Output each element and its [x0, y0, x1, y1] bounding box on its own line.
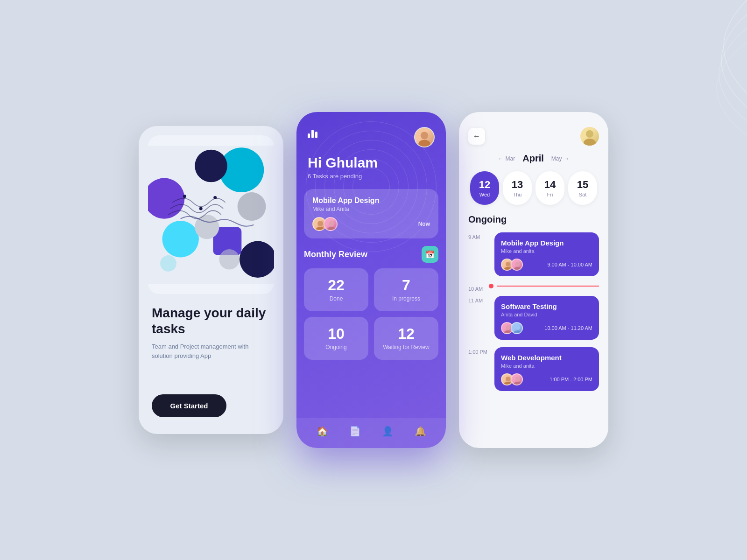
date-pill-15[interactable]: 15 Sat	[568, 171, 597, 205]
next-month-label: May	[551, 155, 562, 162]
stat-waiting-number: 12	[398, 326, 415, 341]
review-section-header: Monthly Review 📅	[304, 246, 438, 263]
svg-point-9	[183, 195, 186, 198]
svg-point-21	[584, 139, 596, 146]
tasks-pending: 6 Tasks are pending	[308, 173, 435, 180]
event-card-software-testing[interactable]: Software Testing Anita and David	[494, 296, 599, 340]
date-day-12: Wed	[479, 192, 490, 197]
svg-point-26	[506, 325, 510, 330]
onboarding-content: Manage your daily tasks Team and Project…	[148, 294, 274, 425]
date-day-14: Fri	[547, 192, 553, 197]
svg-point-29	[514, 330, 522, 334]
get-started-button[interactable]: Get Started	[152, 394, 226, 417]
phones-container: Manage your daily tasks Team and Project…	[139, 112, 608, 448]
svg-point-28	[515, 325, 520, 330]
stat-ongoing-label: Ongoing	[325, 344, 346, 350]
current-month-label: April	[522, 153, 544, 164]
date-day-15: Sat	[579, 192, 587, 197]
event-avatars-software-testing	[501, 322, 521, 334]
task-card-sub: Mike and Anita	[312, 206, 430, 212]
event-avatar-2	[511, 259, 523, 271]
stat-inprogress: 7 In progress	[374, 268, 438, 311]
date-pill-12[interactable]: 12 Wed	[470, 171, 499, 205]
svg-point-27	[504, 330, 512, 334]
time-label-1pm: 1:00 PM	[468, 347, 489, 355]
svg-point-23	[504, 267, 512, 271]
svg-point-33	[514, 382, 522, 385]
stat-ongoing: 10 Ongoing	[304, 317, 368, 360]
event-sub-mobile-app: Mike and anita	[501, 248, 592, 254]
next-arrow-icon: →	[564, 155, 569, 162]
task-time: Now	[418, 221, 430, 227]
svg-point-5	[162, 221, 198, 257]
event-card-web-dev[interactable]: Web Development Mike and anita	[494, 347, 599, 391]
stat-waiting-label: Waiting for Review	[383, 344, 430, 350]
nav-home[interactable]: 🏠	[317, 426, 328, 437]
svg-point-18	[329, 221, 334, 226]
calendar-icon-btn[interactable]: 📅	[422, 246, 438, 263]
user-avatar	[414, 127, 435, 147]
time-line	[497, 286, 599, 287]
date-pill-14[interactable]: 14 Fri	[536, 171, 564, 205]
event-title-mobile-app: Mobile App Design	[501, 239, 592, 247]
date-num-15: 15	[577, 179, 588, 191]
event-footer-mobile-app: 9.00 AM - 10.00 AM	[501, 259, 592, 271]
user-avatar-calendar	[580, 127, 599, 146]
svg-point-17	[316, 227, 325, 231]
calendar-header: ←	[459, 112, 608, 153]
svg-point-2	[195, 150, 227, 182]
greeting-title: Hi Ghulam	[308, 155, 435, 171]
date-num-13: 13	[512, 179, 523, 191]
event-sub-software-testing: Anita and David	[501, 312, 592, 317]
event-avatar-webdev-2	[511, 373, 523, 385]
bar-chart-icon	[308, 127, 317, 138]
svg-point-22	[506, 262, 510, 266]
calendar-navigation: ← Mar April May →	[459, 153, 608, 171]
stats-grid: 22 Done 7 In progress 10 Ongoing 12 Wait…	[304, 268, 438, 360]
svg-point-15	[418, 140, 430, 147]
stat-ongoing-number: 10	[328, 326, 345, 341]
timeline-item-1pm: 1:00 PM Web Development Mike and anita	[468, 347, 599, 395]
dashboard-header	[296, 112, 446, 155]
svg-point-4	[238, 192, 266, 221]
next-month-btn[interactable]: May →	[551, 155, 570, 162]
event-title-software-testing: Software Testing	[501, 302, 592, 310]
stat-done: 22 Done	[304, 268, 368, 311]
task-card-footer: Now	[312, 217, 430, 231]
avatar-face	[415, 128, 434, 147]
date-num-12: 12	[479, 179, 490, 191]
phone-dashboard: Hi Ghulam 6 Tasks are pending Mobile App…	[296, 112, 446, 448]
task-avatar-2	[324, 217, 338, 231]
stat-done-number: 22	[328, 278, 345, 293]
timeline: 9 AM Mobile App Design Mike and anita	[468, 232, 599, 395]
current-time-indicator	[489, 284, 599, 288]
current-time-row: 10 AM	[468, 284, 599, 292]
event-avatar-testing-2	[511, 322, 523, 334]
event-title-web-dev: Web Development	[501, 354, 592, 362]
date-row: 12 Wed 13 Thu 14 Fri 15 Sat	[459, 171, 608, 214]
event-card-mobile-app[interactable]: Mobile App Design Mike and anita	[494, 232, 599, 276]
illustration-panel	[148, 135, 274, 294]
nav-bell[interactable]: 🔔	[415, 426, 426, 437]
timeline-item-9am: 9 AM Mobile App Design Mike and anita	[468, 232, 599, 280]
prev-month-btn[interactable]: ← Mar	[498, 155, 515, 162]
date-num-14: 14	[544, 179, 556, 191]
date-pill-13[interactable]: 13 Thu	[503, 171, 532, 205]
dashboard-body: Mobile App Design Mike and Anita	[296, 189, 446, 418]
stat-inprogress-label: In progress	[392, 295, 420, 302]
event-footer-software-testing: 10.00 AM - 11.20 AM	[501, 322, 592, 334]
onboarding-title: Manage your daily tasks	[152, 305, 270, 336]
nav-profile[interactable]: 👤	[382, 426, 394, 437]
svg-point-19	[327, 227, 336, 231]
svg-point-24	[515, 262, 520, 266]
task-card-mobile-app[interactable]: Mobile App Design Mike and Anita	[304, 189, 438, 238]
ongoing-section: Ongoing 9 AM Mobile App Design Mike and …	[459, 214, 608, 448]
prev-month-label: Mar	[506, 155, 515, 162]
ongoing-title: Ongoing	[468, 214, 599, 225]
date-day-13: Thu	[513, 192, 522, 197]
nav-document[interactable]: 📄	[349, 426, 361, 437]
task-card-title: Mobile App Design	[312, 196, 430, 205]
svg-point-11	[213, 196, 217, 199]
review-section-title: Monthly Review	[304, 250, 367, 259]
back-button[interactable]: ←	[468, 128, 485, 145]
